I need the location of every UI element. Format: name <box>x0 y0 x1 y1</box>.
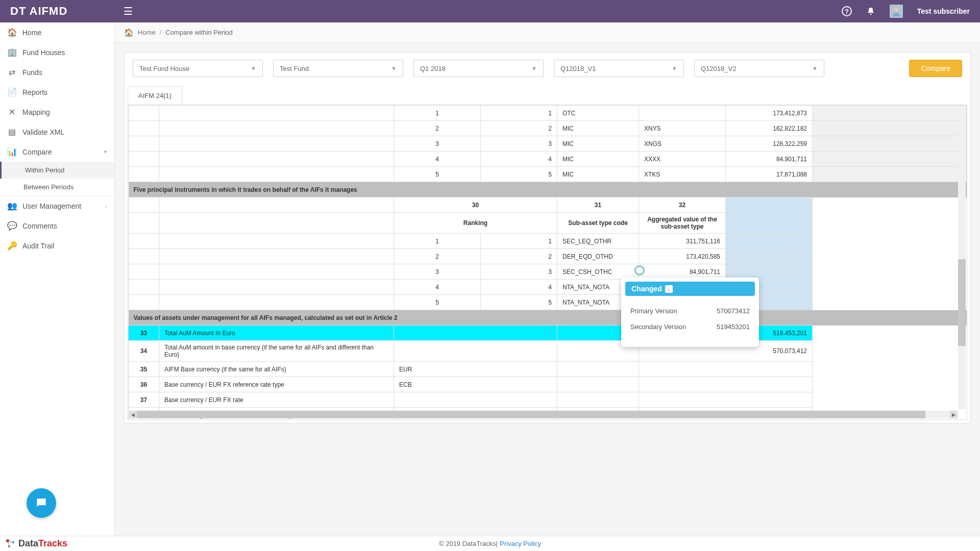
scrollbar-track[interactable] <box>137 411 950 418</box>
sidebar-item-validate-xml[interactable]: ▤Validate XML <box>0 122 114 142</box>
table-cell <box>394 392 557 408</box>
table-cell <box>726 197 813 234</box>
table-cell <box>813 106 967 121</box>
table-cell: 1 <box>394 106 481 121</box>
sidebar-sub-within-period[interactable]: Within Period <box>0 162 114 179</box>
chat-fab[interactable] <box>27 488 56 518</box>
table-cell: 35 <box>129 362 159 377</box>
table-cell <box>557 392 639 408</box>
scroll-left-icon[interactable]: ◀ <box>129 411 137 418</box>
table-cell <box>129 234 159 249</box>
table-cell <box>639 392 813 408</box>
fund-house-select[interactable]: Test Fund House▼ <box>133 60 263 77</box>
svg-text:?: ? <box>845 8 849 15</box>
table-cell <box>129 167 159 182</box>
column-number: 31 <box>557 197 639 213</box>
sidebar-item-mapping[interactable]: ✕Mapping <box>0 102 114 122</box>
help-icon[interactable]: ? <box>842 6 852 16</box>
menu-toggle-icon[interactable]: ☰ <box>124 5 133 17</box>
sidebar-item-fund-houses[interactable]: 🏢Fund Houses <box>0 42 114 62</box>
table-cell: 2 <box>394 121 481 136</box>
table-cell: MIC <box>557 136 639 152</box>
section-header: Five principal instruments in which it t… <box>129 182 967 197</box>
scrollbar-thumb[interactable] <box>137 411 925 418</box>
section-header: Values of assets under management for al… <box>129 310 967 325</box>
select-value: Q12018_V2 <box>701 65 736 72</box>
tooltip-body: Primary Version 570073412 Secondary Vers… <box>621 300 759 338</box>
caret-down-icon: ▼ <box>391 65 397 71</box>
app-brand: DT AIFMD <box>10 5 67 18</box>
logo-text-accent: Tracks <box>38 538 67 549</box>
table-cell <box>639 106 726 121</box>
table-cell: EUR <box>394 362 557 377</box>
horizontal-scrollbar[interactable]: ◀ ▶ <box>129 411 958 418</box>
content-area: 🏠 Home / Compare within Period Test Fund… <box>115 22 980 536</box>
table-cell: 1 <box>394 234 481 249</box>
table-cell: 3 <box>481 264 557 280</box>
chevron-right-icon: › <box>105 203 107 209</box>
table-row: 33Total AuM Amount In Euro519,453,201 <box>129 325 967 341</box>
table-cell: 17,871,088 <box>726 167 813 182</box>
tooltip-header: Changed ↓ <box>625 282 755 296</box>
logo-icon <box>5 538 16 549</box>
sidebar-item-label: Within Period <box>25 166 64 174</box>
comment-icon: 💬 <box>7 221 16 231</box>
bell-icon[interactable] <box>866 7 875 16</box>
select-value: Test Fund House <box>139 65 189 72</box>
table-row: 33SEC_CSH_OTHC84,901,711 <box>129 264 967 280</box>
table-cell: Base currency / EUR FX reference rate ty… <box>159 377 394 392</box>
caret-down-icon: ▼ <box>812 65 818 71</box>
table-cell: 33 <box>129 325 159 341</box>
table-cell: XXXX <box>639 152 726 167</box>
version1-select[interactable]: Q12018_V1▼ <box>554 60 684 77</box>
sidebar-item-funds[interactable]: ⇄Funds <box>0 62 114 82</box>
column-header: Aggregated value of the sub-asset type <box>639 213 726 234</box>
table-row: 303132 <box>129 197 967 213</box>
privacy-policy-link[interactable]: Privacy Policy <box>500 540 541 547</box>
scrollbar-thumb[interactable] <box>958 259 966 346</box>
table-cell: OTC <box>557 106 639 121</box>
avatar-icon[interactable] <box>890 5 903 18</box>
table-cell <box>129 249 159 264</box>
tab-aifm[interactable]: AIFM 24(1) <box>128 86 182 105</box>
compare-button[interactable]: Compare <box>909 60 962 77</box>
table-cell <box>159 197 394 213</box>
tooltip-title: Changed <box>631 285 662 293</box>
vertical-scrollbar[interactable] <box>958 106 966 409</box>
table-cell: 5 <box>394 295 481 310</box>
breadcrumb-home[interactable]: Home <box>138 29 156 36</box>
home-icon[interactable]: 🏠 <box>124 28 134 37</box>
table-cell: 4 <box>394 152 481 167</box>
table-cell <box>394 325 557 341</box>
table-cell <box>813 152 967 167</box>
period-select[interactable]: Q1 2018▼ <box>413 60 544 77</box>
table-cell <box>813 136 967 152</box>
sidebar-sub-between-periods[interactable]: Between Periods <box>0 179 114 196</box>
logo-text-main: Data <box>18 538 38 549</box>
table-cell: 37 <box>129 392 159 408</box>
table-row: 35AIFM Base currency (if the same for al… <box>129 362 967 377</box>
fund-select[interactable]: Test Fund▼ <box>273 60 403 77</box>
chevron-down-icon: ▾ <box>104 148 107 155</box>
table-cell: 3 <box>394 136 481 152</box>
sidebar-item-label: Mapping <box>22 108 50 116</box>
filter-row: Test Fund House▼ Test Fund▼ Q1 2018▼ Q12… <box>125 53 970 84</box>
sidebar-item-reports[interactable]: 📄Reports <box>0 82 114 102</box>
change-tooltip: Changed ↓ Primary Version 570073412 Seco… <box>621 278 759 347</box>
share-icon: ⇄ <box>7 67 16 77</box>
table-cell: MIC <box>557 167 639 182</box>
scroll-right-icon[interactable]: ▶ <box>950 411 958 418</box>
sidebar-item-user-management[interactable]: 👥User Management› <box>0 196 114 216</box>
file-icon: 📄 <box>7 87 16 97</box>
sidebar-item-audit-trail[interactable]: 🔑Audit Trail <box>0 236 114 256</box>
table-cell <box>159 295 394 310</box>
table-cell <box>129 213 159 234</box>
sidebar-item-home[interactable]: 🏠Home <box>0 22 114 42</box>
click-indicator <box>634 265 645 276</box>
sidebar-item-comments[interactable]: 💬Comments <box>0 216 114 236</box>
sidebar-item-compare[interactable]: 📊Compare▾ <box>0 142 114 162</box>
version2-select[interactable]: Q12018_V2▼ <box>694 60 824 77</box>
user-name[interactable]: Test subscriber <box>917 7 970 15</box>
clock-icon: 🔑 <box>7 241 16 251</box>
building-icon: 🏢 <box>7 47 16 57</box>
